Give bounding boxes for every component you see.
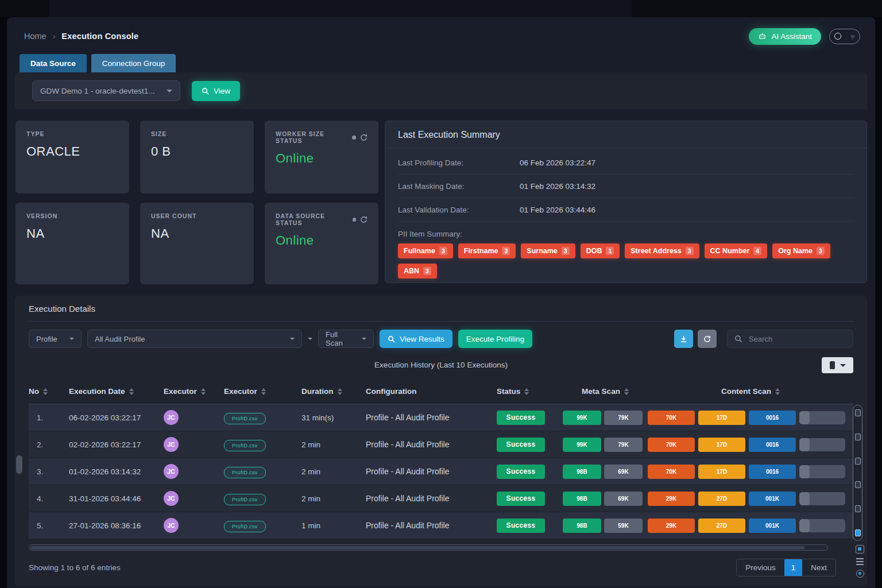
search-icon <box>734 335 742 343</box>
horizontal-scrollbar-thumb[interactable] <box>30 546 804 550</box>
table-row[interactable]: 5.27-01-2026 08:36:16JCProfID.csv1 minPr… <box>29 512 853 539</box>
record-icon[interactable] <box>856 570 864 578</box>
cell-duration: 1 min <box>301 521 366 530</box>
window-top-bar <box>0 0 882 17</box>
column-header-label: Status <box>497 387 520 396</box>
meta-scan-badge: 69K <box>604 465 643 479</box>
cell-duration: 2 min <box>301 467 366 476</box>
column-header-duration-4[interactable]: Duration <box>301 387 366 396</box>
refresh-button[interactable] <box>698 330 717 348</box>
meta-scan-badge: 99K <box>563 411 601 425</box>
sort-icon <box>624 388 629 395</box>
view-results-button[interactable]: View Results <box>380 330 452 348</box>
pagination-next[interactable]: Next <box>802 559 835 576</box>
card-label: WORKER SIZE STATUS <box>276 130 348 144</box>
stat-cards: TYPEORACLESIZE0 BWORKER SIZE STATUSOnlin… <box>16 121 378 284</box>
table-row[interactable]: 4.31-01-2026 03:44:46JCProfID.csv2 minPr… <box>29 485 853 512</box>
card-label: TYPE <box>26 130 44 137</box>
execute-profiling-button[interactable]: Execute Profiling <box>458 330 532 348</box>
column-header-execution-date-1[interactable]: Execution Date <box>69 387 164 396</box>
pii-badge-abn[interactable]: ABN3 <box>398 264 437 278</box>
document-icon[interactable] <box>856 545 864 554</box>
column-header-label: Content Scan <box>721 387 771 396</box>
app-content: Home › Execution Console AI Assistant ♥ … <box>7 17 875 588</box>
datasource-select[interactable]: GDW Demo 1 - oracle-devtest1... <box>32 80 180 101</box>
breadcrumb: Home › Execution Console AI Assistant ♥ <box>24 26 860 46</box>
pii-badge-dob[interactable]: DOB1 <box>581 243 620 258</box>
sort-icon <box>261 388 266 395</box>
card-value: NA <box>26 226 118 241</box>
cell-executor-badge: ProfID.csv <box>224 440 301 449</box>
column-visibility-button[interactable] <box>822 357 853 373</box>
row-action-icon[interactable] <box>855 458 861 465</box>
breadcrumb-home-link[interactable]: Home <box>24 32 47 41</box>
cell-content-scan: 29K27D001K <box>648 492 853 506</box>
search-box <box>727 330 853 348</box>
sort-icon <box>524 388 529 395</box>
refresh-icon[interactable] <box>360 134 368 141</box>
row-action-icon-active[interactable] <box>855 529 861 536</box>
view-button[interactable]: View <box>192 81 240 101</box>
executor-badge: ProfID.csv <box>224 440 266 451</box>
card-label: USER COUNT <box>151 212 196 219</box>
content-scan-badge: 70K <box>648 411 695 425</box>
card-value: Online <box>276 233 368 248</box>
filter-type-select[interactable]: Profile <box>29 330 82 348</box>
cell-execution-date: 06-02-2026 03:22:17 <box>69 413 164 422</box>
cell-executor-badge: ProfID.csv <box>224 467 301 476</box>
filter-profile-select[interactable]: All Audit Profile <box>87 330 302 348</box>
column-header-content-scan-8[interactable]: Content Scan <box>648 387 853 396</box>
column-header-meta-scan-7[interactable]: Meta Scan <box>563 387 648 396</box>
content-scan-badge: 17D <box>698 465 745 479</box>
content-scan-progress <box>799 438 845 451</box>
table-row[interactable]: 3.01-02-2026 03:14:32JCProfID.csv2 minPr… <box>29 458 853 485</box>
row-action-icon[interactable] <box>855 434 861 440</box>
column-header-label: Execution Date <box>69 387 125 396</box>
refresh-icon[interactable] <box>360 216 368 223</box>
pii-badge-firstname[interactable]: Firstname3 <box>458 243 516 258</box>
robot-icon <box>758 32 767 41</box>
filter-scan-select[interactable]: Full Scan <box>318 330 374 348</box>
tab-data-source[interactable]: Data Source <box>20 54 87 72</box>
column-header-status-6[interactable]: Status <box>497 387 563 396</box>
card-label-row: WORKER SIZE STATUS <box>276 130 368 144</box>
pii-badge-fullname[interactable]: Fullname3 <box>398 243 453 258</box>
executor-badge: ProfID.csv <box>224 467 266 478</box>
pii-badge-street-address[interactable]: Street Address3 <box>625 243 699 258</box>
content-scan-progress-fill <box>799 465 810 478</box>
menu-icon[interactable] <box>856 558 864 565</box>
table-row[interactable]: 2.02-02-2026 03:22:17JCProfID.csv2 minPr… <box>29 431 853 458</box>
pii-badge-org-name[interactable]: Org Name3 <box>772 243 830 258</box>
search-input[interactable] <box>749 335 846 343</box>
row-action-icon[interactable] <box>855 505 861 512</box>
ai-assistant-button[interactable]: AI Assistant <box>749 28 821 45</box>
summary-row-value: 01 Feb 2026 03:14:32 <box>520 182 595 191</box>
table-row[interactable]: 1.06-02-2026 03:22:17JCProfID.csv31 min(… <box>29 404 853 431</box>
cell-executor-avatar: JC <box>164 410 224 425</box>
chevron-down-icon[interactable] <box>308 338 312 340</box>
cell-meta-scan: 98B69K <box>563 465 648 479</box>
column-header-executor-3[interactable]: Executor <box>224 387 301 396</box>
download-button[interactable] <box>674 330 693 348</box>
cell-configuration: Profile - All Audit Profile <box>366 467 497 476</box>
summary-row-value: 01 Feb 2026 03:44:46 <box>520 206 595 214</box>
avatar: JC <box>164 491 179 506</box>
column-header-label: Executor <box>224 387 257 396</box>
pagination-previous[interactable]: Previous <box>737 559 784 576</box>
vertical-scrollbar-thumb[interactable] <box>16 455 22 474</box>
pii-badge-surname[interactable]: Surname3 <box>521 243 575 258</box>
sun-icon <box>834 33 841 40</box>
row-action-icon[interactable] <box>855 481 861 488</box>
cell-status: Success <box>497 519 563 533</box>
filter-profile-value: All Audit Profile <box>95 335 145 343</box>
refresh-icon <box>703 335 711 343</box>
column-header-executor-2[interactable]: Executor <box>164 387 224 396</box>
theme-toggle[interactable]: ♥ <box>829 29 860 44</box>
table-header-row: NoExecution DateExecutorExecutorDuration… <box>29 379 853 404</box>
column-header-label: Configuration <box>366 387 416 396</box>
pagination-page-1[interactable]: 1 <box>784 559 803 576</box>
tab-connection-group[interactable]: Connection Group <box>91 54 176 72</box>
pii-badge-cc-number[interactable]: CC Number4 <box>705 243 768 258</box>
column-header-no-0[interactable]: No <box>29 387 69 396</box>
row-action-icon[interactable] <box>855 409 861 416</box>
